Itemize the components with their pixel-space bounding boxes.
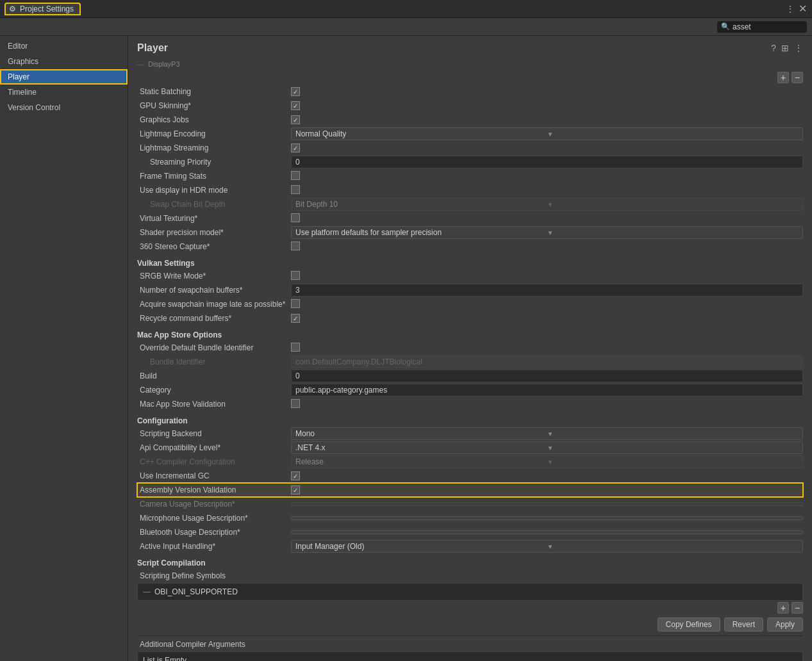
shader-precision-dropdown[interactable]: Use platform defaults for sampler precis… (291, 226, 803, 239)
page-title: Player (137, 42, 168, 54)
override-bundle-row: Override Default Bundle Identifier (137, 341, 803, 355)
shader-precision-label: Shader precision model* (137, 228, 291, 237)
shader-precision-row: Shader precision model* Use platform def… (137, 225, 803, 240)
add-button-top[interactable]: + (777, 72, 789, 83)
frame-timing-checkbox[interactable] (291, 171, 300, 180)
layout: Editor Graphics Player Timeline Version … (0, 36, 812, 661)
sidebar-item-timeline[interactable]: Timeline (0, 85, 128, 100)
bluetooth-usage-label: Bluetooth Usage Description* (137, 528, 291, 537)
bundle-id-row: Bundle Identifier com.DefaultCompany.DLJ… (137, 355, 803, 369)
category-field[interactable]: public.app-category.games (291, 384, 803, 396)
num-swapchain-value: 3 (291, 284, 803, 297)
copy-defines-button[interactable]: Copy Defines (658, 617, 720, 632)
api-compat-value[interactable]: .NET 4.x ▼ (291, 441, 803, 454)
chevron-down-icon: ▼ (547, 430, 799, 437)
virtual-texturing-checkbox[interactable] (291, 213, 300, 222)
title-text: Project Settings (20, 4, 74, 13)
build-value: 0 (291, 370, 803, 382)
title-bar: ⚙ Project Settings ⋮ ✕ (0, 0, 812, 18)
mac-store-validation-checkbox[interactable] (291, 399, 300, 408)
bluetooth-usage-value (291, 530, 803, 534)
apply-button-1[interactable]: Apply (767, 617, 803, 632)
graphics-jobs-row: Graphics Jobs (137, 113, 803, 127)
gpu-skinning-row: GPU Skinning* (137, 99, 803, 113)
active-input-value[interactable]: Input Manager (Old) ▼ (291, 540, 803, 553)
add-define-button[interactable]: + (777, 602, 789, 614)
acquire-swapchain-checkbox[interactable] (291, 299, 300, 308)
additional-compiler-label-row: Additional Compiler Arguments (137, 637, 803, 651)
scripting-define-label-row: Scripting Define Symbols (137, 569, 803, 583)
microphone-usage-value (291, 516, 803, 520)
stereo-capture-checkbox[interactable] (291, 241, 300, 250)
cpp-compiler-label: C++ Compiler Configuration (137, 457, 291, 466)
build-field[interactable]: 0 (291, 370, 803, 382)
additional-compiler-box: List is Empty (137, 651, 803, 661)
api-compat-row: Api Compatibility Level* .NET 4.x ▼ (137, 441, 803, 455)
more-options-icon[interactable]: ⋮ (786, 4, 795, 14)
help-icon[interactable]: ? (771, 43, 776, 53)
incremental-gc-checkbox[interactable] (291, 471, 300, 480)
gpu-skinning-label: GPU Skinning* (137, 101, 291, 110)
virtual-texturing-label: Virtual Texturing* (137, 214, 291, 223)
scripting-backend-label: Scripting Backend (137, 429, 291, 438)
num-swapchain-field[interactable]: 3 (291, 284, 803, 297)
lightmap-encoding-dropdown[interactable]: Normal Quality ▼ (291, 127, 803, 140)
incremental-gc-label: Use Incremental GC (137, 471, 291, 480)
add-remove-defines: + − (137, 601, 803, 615)
camera-usage-field[interactable] (291, 502, 803, 506)
cpp-compiler-value[interactable]: Release ▼ (291, 455, 803, 468)
overflow-icon[interactable]: ⋮ (794, 43, 803, 53)
streaming-priority-field[interactable]: 0 (291, 156, 803, 168)
search-input[interactable] (733, 22, 803, 31)
lightmap-encoding-value[interactable]: Normal Quality ▼ (291, 127, 803, 140)
chevron-down-icon: ▼ (547, 445, 799, 452)
microphone-usage-field[interactable] (291, 516, 803, 520)
active-input-dropdown[interactable]: Input Manager (Old) ▼ (291, 540, 803, 553)
bundle-id-label: Bundle Identifier (137, 357, 291, 366)
swap-chain-dropdown[interactable]: Bit Depth 10 ▼ (291, 198, 803, 211)
bundle-id-field: com.DefaultCompany.DLJTBiological (291, 355, 803, 368)
hdr-mode-checkbox[interactable] (291, 185, 300, 194)
recycle-cmd-checkbox[interactable] (291, 314, 300, 323)
srgb-write-checkbox[interactable] (291, 271, 300, 280)
chevron-down-icon: ▼ (547, 543, 799, 550)
static-batching-checkbox[interactable] (291, 87, 300, 96)
displayp3-settings: + − Static Batching GPU Skinning* Graphi… (128, 70, 812, 254)
sidebar: Editor Graphics Player Timeline Version … (0, 36, 128, 661)
scripting-backend-value[interactable]: Mono ▼ (291, 427, 803, 440)
chevron-down-icon: ▼ (547, 229, 799, 236)
assembly-version-checkbox[interactable] (291, 486, 300, 494)
scripting-backend-dropdown[interactable]: Mono ▼ (291, 427, 803, 440)
close-icon[interactable]: ✕ (799, 3, 807, 15)
remove-define-button[interactable]: − (791, 602, 803, 614)
layout-icon[interactable]: ⊞ (781, 43, 789, 53)
override-bundle-checkbox[interactable] (291, 343, 300, 352)
virtual-texturing-row: Virtual Texturing* (137, 211, 803, 225)
bundle-id-value: com.DefaultCompany.DLJTBiological (291, 355, 803, 368)
sidebar-item-player[interactable]: Player (0, 69, 128, 85)
graphics-jobs-checkbox[interactable] (291, 115, 300, 124)
cpp-compiler-row: C++ Compiler Configuration Release ▼ (137, 455, 803, 469)
api-compat-dropdown[interactable]: .NET 4.x ▼ (291, 441, 803, 454)
bluetooth-usage-field[interactable] (291, 530, 803, 534)
cpp-compiler-dropdown[interactable]: Release ▼ (291, 455, 803, 468)
remove-button-top[interactable]: − (791, 72, 803, 83)
shader-precision-value[interactable]: Use platform defaults for sampler precis… (291, 226, 803, 239)
swap-chain-label: Swap Chain Bit Depth (137, 200, 291, 209)
revert-button-1[interactable]: Revert (724, 617, 763, 632)
gpu-skinning-checkbox[interactable] (291, 101, 300, 110)
vulkan-settings: SRGB Write Mode* Number of swapchain buf… (128, 269, 812, 325)
configuration-settings: Scripting Backend Mono ▼ Api Compatibili… (128, 427, 812, 553)
mac-store-validation-row: Mac App Store Validation (137, 397, 803, 411)
virtual-texturing-value (291, 213, 803, 224)
sidebar-item-graphics[interactable]: Graphics (0, 54, 128, 69)
sidebar-item-version-control[interactable]: Version Control (0, 100, 128, 115)
graphics-jobs-label: Graphics Jobs (137, 115, 291, 124)
lightmap-streaming-row: Lightmap Streaming (137, 141, 803, 155)
lightmap-streaming-checkbox[interactable] (291, 143, 300, 152)
override-bundle-label: Override Default Bundle Identifier (137, 343, 291, 352)
incremental-gc-row: Use Incremental GC (137, 469, 803, 483)
sidebar-item-editor[interactable]: Editor (0, 38, 128, 54)
vulkan-settings-label: Vulkan Settings (128, 254, 812, 269)
divider-1 (137, 635, 803, 636)
